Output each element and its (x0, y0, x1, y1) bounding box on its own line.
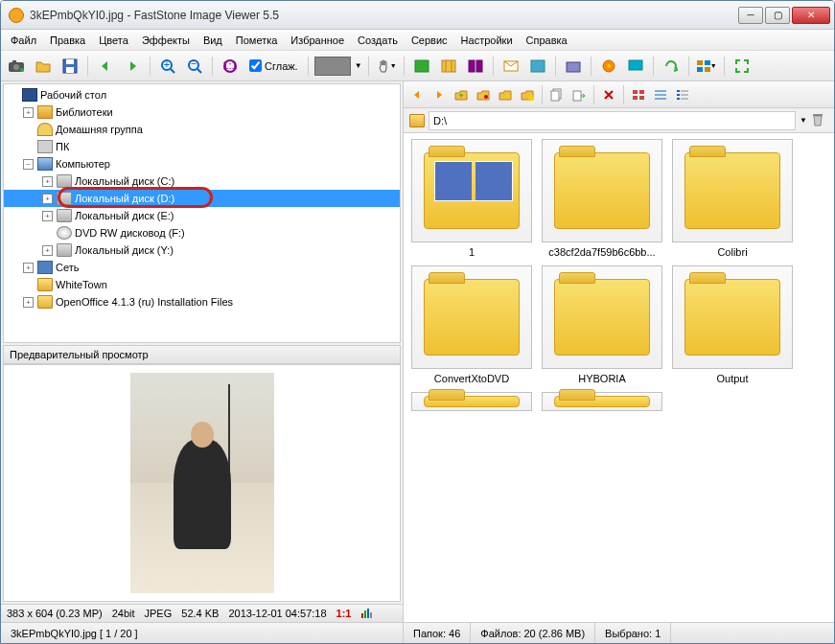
svg-point-1 (13, 64, 19, 70)
trash-icon[interactable] (811, 112, 828, 129)
actual-size-button[interactable]: 1:1 (219, 55, 242, 78)
nav-back-button[interactable] (407, 85, 427, 104)
zoom-in-button[interactable]: + (156, 55, 179, 78)
acquire-button[interactable] (5, 55, 28, 78)
svg-rect-39 (573, 91, 581, 101)
window-title: 3kEPmbQkYI0.jpg - FastStone Image Viewer… (30, 9, 738, 22)
app-icon (9, 8, 24, 23)
scan-button[interactable] (562, 55, 585, 78)
tree-disk-c[interactable]: +Локальный диск (C:) (4, 172, 400, 190)
menu-settings[interactable]: Настройки (455, 33, 519, 48)
view-list-button[interactable] (651, 85, 670, 104)
refresh-button[interactable] (660, 55, 683, 78)
svg-point-35 (484, 95, 488, 99)
info-date: 2013-12-01 04:57:18 (228, 608, 326, 619)
slideshow-button[interactable] (410, 55, 433, 78)
folder-thumb[interactable] (409, 392, 534, 415)
tree-homegroup[interactable]: Домашняя группа (4, 121, 400, 138)
tree-dvd[interactable]: DVD RW дисковод (F:) (4, 224, 400, 242)
menu-favorites[interactable]: Избранное (285, 33, 350, 48)
svg-rect-34 (370, 612, 372, 618)
svg-rect-33 (367, 609, 369, 618)
svg-rect-32 (364, 610, 366, 618)
svg-rect-42 (633, 96, 638, 100)
svg-line-11 (197, 69, 201, 73)
compare-button[interactable] (464, 55, 487, 78)
folder-tree[interactable]: Рабочий стол +Библиотеки Домашняя группа… (3, 83, 401, 343)
menu-create[interactable]: Создать (352, 33, 404, 48)
hand-tool-button[interactable]: ▼ (375, 55, 398, 78)
settings-button[interactable] (597, 55, 620, 78)
tree-openoffice[interactable]: +OpenOffice 4.1.3 (ru) Installation File… (4, 293, 400, 310)
nav-forward-button[interactable] (429, 85, 449, 104)
tree-whitetown[interactable]: WhiteTown (4, 276, 400, 293)
tree-network[interactable]: +Сеть (4, 259, 400, 276)
svg-rect-49 (677, 94, 680, 96)
tree-libraries[interactable]: +Библиотеки (4, 104, 400, 121)
menu-service[interactable]: Сервис (406, 33, 453, 48)
menu-help[interactable]: Справка (521, 33, 573, 48)
preview-image[interactable] (130, 373, 274, 593)
menu-effects[interactable]: Эффекты (136, 33, 196, 48)
strip-button[interactable] (437, 55, 460, 78)
folder-thumb[interactable]: HYBORIA (540, 265, 664, 386)
histogram-icon[interactable] (360, 608, 374, 619)
path-input[interactable] (429, 111, 796, 130)
menu-view[interactable]: Вид (197, 33, 228, 48)
forward-button[interactable] (121, 55, 144, 78)
status-folders: Папок: 46 (404, 623, 471, 643)
tree-disk-d[interactable]: +Локальный диск (D:) (4, 190, 400, 207)
status-selected: Выбрано: 1 (595, 623, 671, 643)
smooth-checkbox[interactable] (249, 59, 262, 72)
smooth-toggle[interactable]: Сглаж. (249, 59, 298, 72)
screen-button[interactable] (624, 55, 647, 78)
save-button[interactable] (58, 55, 81, 78)
menu-mark[interactable]: Пометка (230, 33, 284, 48)
move-button[interactable] (569, 85, 589, 104)
nav-up-button[interactable] (452, 85, 471, 104)
copy-button[interactable] (547, 85, 567, 104)
info-dimensions: 383 x 604 (0.23 MP) (7, 608, 103, 619)
wallpaper-button[interactable] (526, 55, 549, 78)
view-thumbs-button[interactable] (629, 85, 648, 104)
favorite-button[interactable] (496, 85, 515, 104)
svg-rect-15 (415, 60, 429, 72)
view-mode-button[interactable]: ▼ (695, 55, 718, 78)
tree-computer[interactable]: −Компьютер (4, 155, 400, 172)
folder-thumb[interactable]: ConvertXtoDVD (409, 265, 534, 386)
menu-edit[interactable]: Правка (44, 33, 91, 48)
open-folder-button[interactable] (32, 55, 55, 78)
background-color-picker[interactable] (314, 57, 351, 76)
email-button[interactable] (499, 55, 522, 78)
svg-rect-43 (639, 96, 644, 100)
folder-thumb[interactable] (540, 392, 664, 415)
folder-thumb[interactable]: c38cf2da7f59b6c6bb... (540, 139, 664, 260)
new-folder-button[interactable] (518, 85, 537, 104)
tree-disk-e[interactable]: +Локальный диск (E:) (4, 207, 400, 224)
folder-thumb[interactable]: Output (670, 265, 795, 386)
close-button[interactable]: ✕ (792, 7, 830, 24)
svg-rect-6 (66, 67, 74, 73)
delete-button[interactable] (599, 85, 618, 104)
minimize-button[interactable]: ─ (738, 7, 763, 24)
tree-desktop[interactable]: Рабочий стол (4, 86, 400, 104)
svg-text:1:1: 1:1 (222, 59, 237, 71)
thumbnail-grid[interactable]: 1 c38cf2da7f59b6c6bb... Colibri ConvertX… (404, 133, 834, 622)
left-panel: Рабочий стол +Библиотеки Домашняя группа… (1, 81, 404, 622)
folder-thumb[interactable]: Colibri (670, 139, 795, 260)
zoom-out-button[interactable]: − (183, 55, 206, 78)
menu-file[interactable]: Файл (5, 33, 42, 48)
info-size: 52.4 KB (181, 608, 219, 619)
maximize-button[interactable]: ▢ (765, 7, 790, 24)
folder-thumb[interactable]: 1 (409, 139, 534, 260)
menu-colors[interactable]: Цвета (93, 33, 134, 48)
svg-point-3 (20, 68, 24, 72)
svg-rect-27 (697, 60, 703, 65)
svg-rect-19 (469, 60, 475, 72)
nav-home-button[interactable] (474, 85, 493, 104)
tree-pc[interactable]: ПК (4, 138, 400, 155)
tree-disk-y[interactable]: +Локальный диск (Y:) (4, 242, 400, 259)
back-button[interactable] (94, 55, 117, 78)
fullscreen-button[interactable] (731, 55, 754, 78)
view-details-button[interactable] (673, 85, 692, 104)
